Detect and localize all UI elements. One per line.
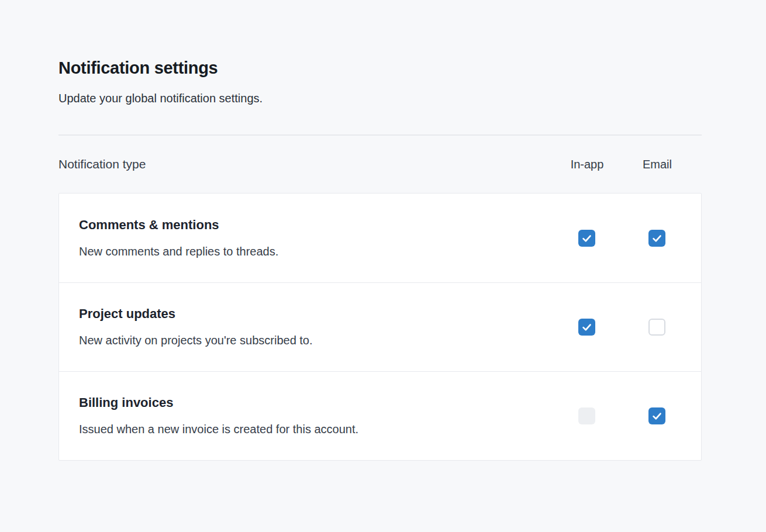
in-app-cell <box>551 319 622 336</box>
in-app-cell <box>551 230 622 247</box>
check-icon <box>581 233 592 244</box>
checkbox-comments-email[interactable] <box>648 230 665 247</box>
row-project-updates: Project updates New activity on projects… <box>59 282 701 371</box>
column-header-notification-type: Notification type <box>58 157 552 172</box>
email-cell <box>622 407 692 424</box>
checkbox-projects-in-app[interactable] <box>578 319 595 336</box>
checkbox-projects-email[interactable] <box>648 319 665 336</box>
notification-settings-card: Comments & mentions New comments and rep… <box>58 193 702 461</box>
row-title: Project updates <box>79 306 551 322</box>
check-icon <box>581 322 592 333</box>
checkbox-billing-in-app <box>578 407 595 424</box>
row-comments-mentions: Comments & mentions New comments and rep… <box>59 194 701 282</box>
column-header-in-app: In-app <box>552 157 622 172</box>
row-text: Project updates New activity on projects… <box>59 306 551 348</box>
row-text: Billing invoices Issued when a new invoi… <box>59 395 551 437</box>
row-description: Issued when a new invoice is created for… <box>79 422 551 437</box>
email-cell <box>622 319 692 336</box>
notification-settings-page: Notification settings Update your global… <box>58 0 702 461</box>
check-icon <box>651 233 663 244</box>
table-header: Notification type In-app Email <box>58 157 702 172</box>
email-cell <box>622 230 692 247</box>
section-divider <box>58 134 702 136</box>
row-text: Comments & mentions New comments and rep… <box>59 217 551 260</box>
row-billing-invoices: Billing invoices Issued when a new invoi… <box>59 371 701 460</box>
checkbox-billing-email[interactable] <box>648 407 665 424</box>
row-title: Billing invoices <box>79 395 551 411</box>
in-app-cell <box>551 407 622 424</box>
column-header-email: Email <box>622 157 692 172</box>
checkbox-comments-in-app[interactable] <box>578 230 595 247</box>
row-description: New activity on projects you're subscrib… <box>79 333 551 348</box>
page-title: Notification settings <box>58 57 702 78</box>
row-title: Comments & mentions <box>79 217 551 233</box>
row-description: New comments and replies to threads. <box>79 244 551 260</box>
page-subtitle: Update your global notification settings… <box>58 90 702 106</box>
check-icon <box>651 410 663 422</box>
